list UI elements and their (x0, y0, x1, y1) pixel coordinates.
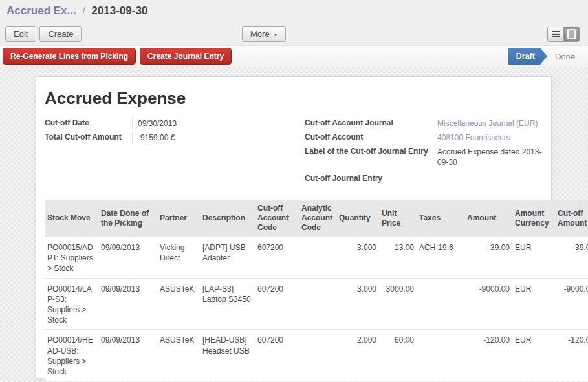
field-groups: Cut-off Date09/30/2013Total Cut-off Amou… (45, 117, 543, 200)
table-cell (299, 237, 336, 279)
table-header-row: Stock MoveDate Done of the PickingPartne… (45, 200, 588, 237)
field-row: Cut-off Date09/30/2013 (45, 117, 268, 130)
column-header[interactable]: Cut-off Amount (555, 200, 588, 237)
table-cell: -120.00 (555, 330, 588, 381)
table-cell: 3.000 (336, 237, 379, 279)
action-buttons: Re-Generate Lines from Picking Create Jo… (3, 48, 232, 65)
page: Accrued Ex... / 2013-09-30 Edit Create M… (0, 0, 588, 382)
column-header[interactable]: Unit Price (379, 200, 417, 237)
table-cell: ACH-19.6 (417, 237, 464, 279)
breadcrumb-current: 2013-09-30 (91, 5, 147, 17)
table-cell: 09/09/2013 (98, 237, 157, 279)
table-cell (299, 278, 336, 330)
field-label: Label of the Cut-off Journal Entry (305, 145, 437, 156)
status-done: Done (549, 52, 582, 61)
field-value[interactable]: 408100 Fournisseurs (437, 131, 552, 143)
field-value: Accrued Expense dated 2013-09-30 (437, 145, 552, 167)
table-cell: Vicking Direct (157, 237, 200, 279)
table-cell: 3000.00 (379, 278, 417, 330)
table-cell: 09/09/2013 (98, 330, 157, 381)
table-cell: -120.00 (464, 330, 512, 381)
status-draft: Draft (508, 48, 547, 65)
column-header[interactable]: Taxes (417, 200, 464, 237)
more-button-label: More (250, 29, 270, 39)
primary-buttons: Edit Create (5, 26, 82, 42)
field-label: Cut-off Date (45, 117, 132, 127)
table-cell: [HEAD-USB] Headset USB (200, 330, 255, 381)
edit-button[interactable]: Edit (5, 26, 36, 42)
form-icon (567, 29, 576, 39)
table-cell: EUR (512, 278, 555, 330)
table-cell: 607200 (255, 330, 299, 381)
table-cell: [ADPT] USB Adapter (200, 237, 255, 279)
field-group-right: Cut-off Account JournalMiscellaneous Jou… (305, 117, 552, 187)
table-cell: ASUSTeK (157, 330, 200, 381)
column-header[interactable]: Amount Currency (512, 200, 555, 237)
field-label: Cut-off Account Journal (305, 117, 437, 127)
field-row: Cut-off Account JournalMiscellaneous Jou… (305, 117, 552, 130)
column-header[interactable]: Stock Move (45, 200, 98, 237)
create-button[interactable]: Create (39, 26, 82, 42)
breadcrumb-parent-link[interactable]: Accrued Ex... (6, 5, 76, 17)
column-header[interactable]: Quantity (336, 200, 379, 237)
table-cell: 607200 (255, 237, 299, 279)
table-cell: EUR (512, 330, 555, 381)
top-bar: Accrued Ex... / 2013-09-30 Edit Create M… (0, 0, 588, 45)
field-label: Cut-off Journal Entry (305, 173, 437, 183)
table-cell: 60.00 (379, 330, 417, 381)
table-cell: PO00015/ADPT: Suppliers > Stock (45, 237, 98, 279)
column-header[interactable]: Amount (464, 200, 512, 237)
field-value (437, 173, 552, 185)
table-cell (417, 278, 464, 330)
column-header[interactable]: Cut-off Account Code (255, 200, 299, 237)
table-cell: -9000.00 (464, 278, 512, 330)
column-header[interactable]: Date Done of the Picking (98, 200, 157, 237)
column-header[interactable]: Analytic Account Code (299, 200, 336, 237)
list-icon (552, 31, 560, 37)
content-area: Accrued Expense Cut-off Date09/30/2013To… (0, 67, 588, 382)
table-cell (417, 330, 464, 381)
table-cell: PO00014/HEAD-USB: Suppliers > Stock (45, 330, 98, 381)
view-switcher (547, 27, 580, 42)
table-cell: -9000.00 (555, 278, 588, 330)
field-group-left: Cut-off Date09/30/2013Total Cut-off Amou… (45, 117, 268, 145)
column-header[interactable]: Partner (157, 200, 200, 237)
table-row[interactable]: PO00014/HEAD-USB: Suppliers > Stock09/09… (45, 330, 588, 381)
column-header[interactable]: Description (200, 200, 255, 237)
field-row: Cut-off Account408100 Fournisseurs (305, 131, 552, 144)
page-title: Accrued Expense (45, 89, 543, 108)
statusbar: DraftDone (508, 46, 582, 67)
table-cell: EUR (512, 237, 555, 279)
field-label: Cut-off Account (305, 131, 437, 142)
more-button[interactable]: More (242, 26, 286, 42)
field-label: Total Cut-off Amount (45, 131, 132, 142)
lines-table: Stock MoveDate Done of the PickingPartne… (45, 200, 588, 381)
table-cell: -39.00 (555, 237, 588, 279)
table-cell: ASUSTeK (157, 278, 200, 330)
table-cell: 2.000 (336, 330, 379, 381)
table-cell: 13.00 (379, 237, 417, 279)
regenerate-lines-button[interactable]: Re-Generate Lines from Picking (3, 48, 136, 65)
form-view-button[interactable] (563, 27, 579, 41)
breadcrumb: Accrued Ex... / 2013-09-30 (6, 5, 147, 17)
breadcrumb-separator: / (79, 5, 88, 16)
table-cell: 607200 (255, 278, 299, 330)
table-cell: PO00014/LAP-S3: Suppliers > Stock (45, 278, 98, 330)
field-row: Label of the Cut-off Journal EntryAccrue… (305, 145, 552, 167)
field-value: 09/30/2013 (132, 117, 268, 129)
field-value: -9159.00 € (132, 131, 268, 143)
field-value[interactable]: Miscellaneous Journal (EUR) (437, 117, 552, 129)
form-sheet: Accrued Expense Cut-off Date09/30/2013To… (36, 76, 552, 379)
list-view-button[interactable] (548, 27, 563, 41)
field-row: Total Cut-off Amount-9159.00 € (45, 131, 268, 144)
table-cell (299, 330, 336, 381)
table-cell: 3.000 (336, 278, 379, 330)
create-journal-entry-button[interactable]: Create Journal Entry (140, 48, 232, 65)
chevron-down-icon (274, 34, 278, 36)
table-cell: [LAP-S3] Laptop S3450 (200, 278, 255, 330)
lines-table-wrap: Stock MoveDate Done of the PickingPartne… (45, 200, 574, 382)
field-row: Cut-off Journal Entry (305, 173, 552, 186)
table-row[interactable]: PO00015/ADPT: Suppliers > Stock09/09/201… (45, 237, 588, 279)
table-row[interactable]: PO00014/LAP-S3: Suppliers > Stock09/09/2… (45, 278, 588, 330)
table-cell: 09/09/2013 (98, 278, 157, 330)
